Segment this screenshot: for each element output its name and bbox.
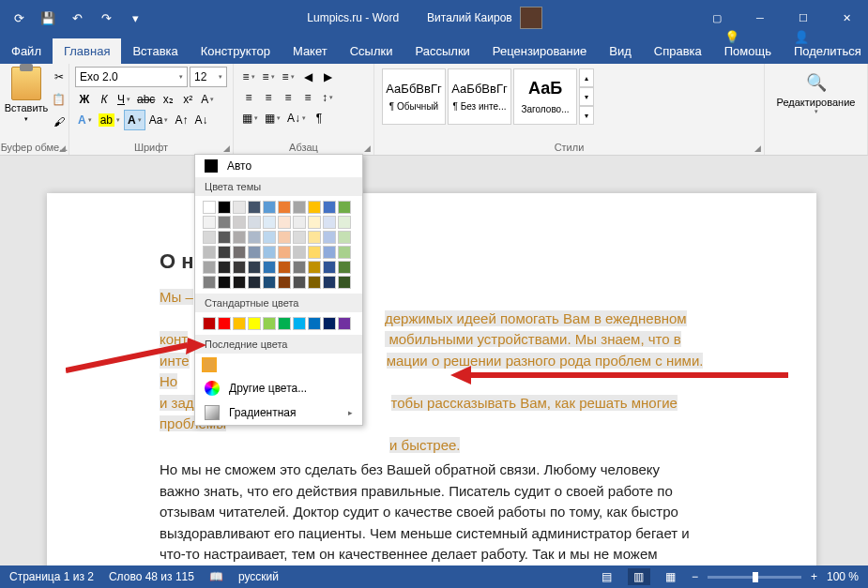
- zoom-slider[interactable]: [708, 576, 801, 579]
- bullets-button[interactable]: ≡: [239, 67, 258, 87]
- color-swatch[interactable]: [338, 201, 351, 214]
- color-swatch[interactable]: [233, 261, 246, 274]
- color-swatch[interactable]: [248, 276, 261, 289]
- color-swatch[interactable]: [308, 246, 321, 259]
- tell-me[interactable]: 💡 Помощь: [713, 24, 783, 64]
- color-swatch[interactable]: [218, 216, 231, 229]
- color-swatch[interactable]: [248, 246, 261, 259]
- color-swatch[interactable]: [308, 231, 321, 244]
- color-swatch[interactable]: [203, 201, 216, 214]
- status-page[interactable]: Страница 1 из 2: [9, 570, 94, 583]
- font-color-button[interactable]: A: [124, 110, 145, 130]
- status-words[interactable]: Слово 48 из 115: [109, 570, 194, 583]
- color-swatch[interactable]: [203, 261, 216, 274]
- borders-button[interactable]: ▦: [262, 108, 283, 128]
- styles-more-icon[interactable]: ▾: [579, 106, 594, 125]
- color-swatch[interactable]: [308, 317, 321, 330]
- tab-file[interactable]: Файл: [0, 38, 53, 64]
- color-swatch[interactable]: [263, 201, 276, 214]
- align-center-button[interactable]: ≡: [259, 87, 278, 108]
- increase-indent-button[interactable]: ▶: [318, 67, 337, 87]
- gradient-fill[interactable]: Градиентная ▸: [195, 400, 362, 425]
- color-swatch[interactable]: [218, 261, 231, 274]
- color-swatch[interactable]: [278, 231, 291, 244]
- undo-icon[interactable]: ↶: [64, 5, 90, 31]
- color-swatch[interactable]: [278, 276, 291, 289]
- color-auto[interactable]: Авто: [195, 155, 362, 177]
- multilevel-button[interactable]: ≡: [279, 67, 297, 87]
- styles-launcher-icon[interactable]: ◢: [754, 143, 761, 153]
- color-swatch[interactable]: [233, 317, 246, 330]
- font-size-combo[interactable]: 12▾: [190, 67, 227, 87]
- color-swatch[interactable]: [338, 231, 351, 244]
- color-swatch[interactable]: [293, 231, 306, 244]
- tab-layout[interactable]: Макет: [282, 38, 339, 64]
- color-swatch[interactable]: [263, 246, 276, 259]
- texteffects-icon[interactable]: A: [75, 110, 95, 130]
- color-swatch[interactable]: [278, 261, 291, 274]
- document-para2[interactable]: Но мы не сможем это сделать без Вашей об…: [160, 460, 704, 565]
- tab-design[interactable]: Конструктор: [190, 38, 282, 64]
- numbering-button[interactable]: ≡: [259, 67, 278, 87]
- change-case-button[interactable]: Aa: [146, 110, 172, 130]
- find-icon[interactable]: 🔍: [806, 72, 827, 93]
- clipboard-launcher-icon[interactable]: ◢: [59, 143, 66, 153]
- color-swatch[interactable]: [323, 317, 336, 330]
- color-swatch[interactable]: [248, 216, 261, 229]
- tab-insert[interactable]: Вставка: [121, 38, 189, 64]
- color-swatch[interactable]: [248, 231, 261, 244]
- color-swatch[interactable]: [203, 317, 216, 330]
- color-swatch[interactable]: [323, 261, 336, 274]
- color-swatch[interactable]: [218, 231, 231, 244]
- color-swatch[interactable]: [203, 246, 216, 259]
- color-swatch[interactable]: [278, 201, 291, 214]
- tab-home[interactable]: Главная: [53, 38, 121, 64]
- view-read-icon[interactable]: ▤: [596, 568, 618, 585]
- bold-button[interactable]: Ж: [75, 89, 94, 110]
- show-marks-button[interactable]: ¶: [310, 108, 328, 128]
- color-swatch[interactable]: [293, 317, 306, 330]
- color-swatch[interactable]: [338, 276, 351, 289]
- color-swatch[interactable]: [323, 231, 336, 244]
- view-web-icon[interactable]: ▦: [660, 568, 682, 585]
- font-launcher-icon[interactable]: ◢: [223, 143, 230, 153]
- format-painter-icon[interactable]: 🖌: [49, 112, 69, 132]
- subscript-button[interactable]: x₂: [159, 89, 177, 110]
- style-normal[interactable]: АаБбВвГг ¶ Обычный: [382, 68, 446, 125]
- color-swatch[interactable]: [338, 216, 351, 229]
- italic-button[interactable]: К: [95, 89, 114, 110]
- share-button[interactable]: 👤 Поделиться: [783, 24, 868, 64]
- color-swatch[interactable]: [233, 276, 246, 289]
- color-swatch[interactable]: [233, 216, 246, 229]
- color-swatch[interactable]: [248, 261, 261, 274]
- color-swatch[interactable]: [308, 276, 321, 289]
- color-swatch[interactable]: [338, 261, 351, 274]
- status-proofing-icon[interactable]: 📖: [209, 570, 223, 583]
- zoom-out-icon[interactable]: −: [692, 570, 698, 583]
- color-swatch[interactable]: [308, 216, 321, 229]
- color-swatch[interactable]: [248, 201, 261, 214]
- color-swatch[interactable]: [218, 201, 231, 214]
- cut-icon[interactable]: ✂: [49, 67, 69, 87]
- color-swatch[interactable]: [278, 246, 291, 259]
- highlight-button[interactable]: ab: [96, 110, 123, 130]
- zoom-in-icon[interactable]: +: [811, 570, 817, 583]
- more-colors[interactable]: Другие цвета...: [195, 376, 362, 400]
- para-launcher-icon[interactable]: ◢: [364, 143, 371, 153]
- color-swatch[interactable]: [293, 246, 306, 259]
- tab-review[interactable]: Рецензирование: [481, 38, 598, 64]
- shading-button[interactable]: ▦: [239, 108, 261, 128]
- font-name-combo[interactable]: Exo 2.0▾: [75, 67, 188, 87]
- style-nospacing[interactable]: АаБбВвГг ¶ Без инте...: [448, 68, 511, 125]
- copy-icon[interactable]: 📋: [49, 89, 69, 110]
- color-swatch[interactable]: [233, 231, 246, 244]
- color-swatch[interactable]: [338, 246, 351, 259]
- decrease-indent-button[interactable]: ◀: [298, 67, 317, 87]
- color-swatch[interactable]: [248, 317, 261, 330]
- color-swatch[interactable]: [203, 276, 216, 289]
- color-swatch[interactable]: [218, 246, 231, 259]
- color-swatch[interactable]: [218, 317, 231, 330]
- color-swatch[interactable]: [293, 201, 306, 214]
- color-swatch[interactable]: [263, 276, 276, 289]
- color-swatch[interactable]: [203, 231, 216, 244]
